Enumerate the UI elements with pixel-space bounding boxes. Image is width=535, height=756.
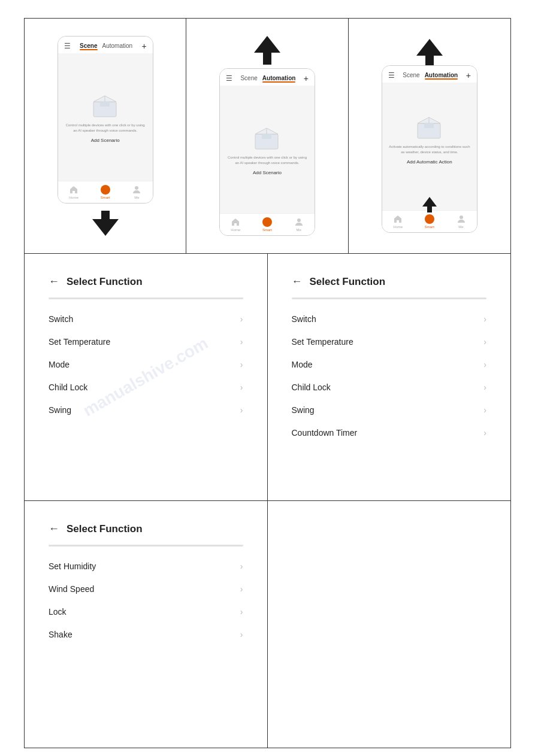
home-icon	[69, 185, 78, 195]
phone1-add-btn[interactable]: Add Scenario	[91, 138, 120, 143]
phone1-header: ☰ Scene Automation +	[58, 37, 153, 53]
footer-me-2[interactable]: Me	[294, 217, 304, 232]
top-row: ☰ Scene Automation +	[24, 18, 511, 254]
sf-item-set-temp-r[interactable]: Set Temperature ›	[292, 330, 487, 353]
sf-right-title: Select Function	[310, 276, 386, 288]
phone3-cell: ☰ Scene Automation +	[349, 19, 510, 253]
sf-item-lock[interactable]: Lock ›	[49, 600, 243, 623]
sf-right-divider	[292, 297, 487, 299]
sf-item-swing[interactable]: Swing ›	[49, 399, 243, 421]
sf-item-mode[interactable]: Mode ›	[49, 353, 243, 376]
home-icon-2	[231, 217, 240, 227]
plus-icon-3[interactable]: +	[466, 71, 471, 80]
svg-rect-3	[100, 102, 110, 107]
sf-left-header: ← Select Function	[49, 275, 243, 288]
sf-left-panel: ← Select Function Switch › Set Temperatu…	[34, 263, 258, 491]
home-icon-3	[393, 214, 403, 224]
phone2-description: Control multiple devices with one click …	[226, 155, 309, 165]
tab-automation-2[interactable]: Automation	[262, 75, 296, 83]
sf-left-items: Switch › Set Temperature › Mode › Child …	[49, 308, 243, 421]
tab-automation[interactable]: Automation	[102, 42, 133, 50]
sf-item-set-humidity[interactable]: Set Humidity ›	[49, 555, 243, 578]
me-icon-3	[457, 214, 466, 224]
phone2-header: ☰ Scene Automation +	[220, 69, 315, 86]
phone1-container: ☰ Scene Automation +	[34, 28, 176, 244]
sf-item-child-lock[interactable]: Child Lock ›	[49, 376, 243, 399]
phone1-screen: ☰ Scene Automation +	[58, 36, 153, 204]
sf-bottom-divider	[49, 545, 243, 546]
sf-left-divider	[49, 297, 243, 299]
tab-scene-3[interactable]: Scene	[403, 72, 419, 80]
box-illustration-2	[250, 123, 283, 150]
svg-point-4	[135, 186, 138, 190]
sf-left-back[interactable]: ←	[49, 275, 59, 288]
sf-item-switch-r[interactable]: Switch ›	[292, 308, 487, 330]
footer-smart-2[interactable]: Smart	[262, 217, 272, 232]
phone1-description: Control multiple devices with one click …	[64, 123, 147, 133]
phone3-description: Activate automatically according to cond…	[388, 144, 471, 154]
tab-scene[interactable]: Scene	[80, 42, 97, 50]
footer-me[interactable]: Me	[132, 185, 141, 199]
me-icon-2	[294, 217, 304, 227]
phone2-tabs: Scene Automation	[240, 75, 295, 83]
phone3-content: Activate automatically according to cond…	[382, 83, 477, 195]
sf-bottom-left-cell: ← Select Function Set Humidity › Wind Sp…	[25, 501, 268, 748]
sf-item-child-lock-r[interactable]: Child Lock ›	[292, 376, 487, 399]
svg-rect-8	[262, 134, 271, 139]
inner-arrow-up	[382, 195, 477, 210]
footer-smart-3[interactable]: Smart	[425, 214, 434, 229]
footer-home-3[interactable]: Home	[393, 214, 403, 229]
phone2-screen: ☰ Scene Automation +	[219, 68, 315, 236]
sf-bottom-right-cell	[268, 501, 511, 748]
footer-home-2[interactable]: Home	[231, 217, 240, 232]
arrow-down-shape	[92, 219, 119, 236]
sf-bottom-header: ← Select Function	[49, 523, 243, 535]
smart-circle-2	[262, 217, 272, 227]
svg-point-14	[460, 215, 463, 219]
plus-icon[interactable]: +	[141, 41, 146, 51]
tab-scene-2[interactable]: Scene	[240, 75, 257, 83]
sf-left-cell: manualshive.com ← Select Function Switch…	[25, 254, 268, 500]
sf-item-swing-r[interactable]: Swing ›	[292, 399, 487, 421]
sf-right-panel: ← Select Function Switch › Set Temperatu…	[277, 263, 501, 491]
arrow-up-shape-3	[416, 39, 443, 56]
phone1-content: Control multiple devices with one click …	[58, 53, 153, 181]
phone3-tabs: Scene Automation	[403, 72, 458, 80]
sf-bottom-title: Select Function	[67, 523, 143, 535]
menu-icon: ☰	[64, 42, 71, 50]
sf-item-set-temp[interactable]: Set Temperature ›	[49, 330, 243, 353]
phone3-screen: ☰ Scene Automation +	[382, 65, 477, 233]
sf-right-cell: ← Select Function Switch › Set Temperatu…	[268, 254, 511, 500]
sf-right-back[interactable]: ←	[292, 275, 303, 288]
sf-item-wind-speed[interactable]: Wind Speed ›	[49, 578, 243, 600]
sf-right-items: Switch › Set Temperature › Mode › Child …	[292, 308, 487, 444]
footer-smart[interactable]: Smart	[101, 185, 110, 199]
sf-right-header: ← Select Function	[292, 275, 487, 288]
smart-circle-3	[425, 214, 434, 224]
plus-icon-2[interactable]: +	[304, 74, 309, 83]
sf-item-countdown[interactable]: Countdown Timer ›	[292, 421, 487, 444]
phone3-header: ☰ Scene Automation +	[382, 66, 477, 83]
middle-row: manualshive.com ← Select Function Switch…	[24, 254, 511, 501]
phone2-cell: ☰ Scene Automation +	[186, 19, 348, 253]
tab-automation-3[interactable]: Automation	[425, 72, 458, 80]
phone2-content: Control multiple devices with one click …	[220, 86, 315, 213]
arrow-up-3	[416, 39, 443, 62]
sf-bottom-back[interactable]: ←	[49, 523, 59, 535]
sf-bottom-panel: ← Select Function Set Humidity › Wind Sp…	[34, 511, 258, 738]
phone2-add-btn[interactable]: Add Scenario	[253, 170, 282, 175]
menu-icon-2: ☰	[226, 74, 232, 83]
arrow-up-2	[254, 36, 280, 59]
me-icon	[132, 185, 141, 195]
phone2-container: ☰ Scene Automation +	[196, 28, 338, 244]
phone3-footer: Home Smart Me	[382, 210, 477, 232]
phone3-add-btn[interactable]: Add Automatic Action	[407, 159, 452, 165]
phone3-container: ☰ Scene Automation +	[358, 28, 501, 244]
sf-item-mode-r[interactable]: Mode ›	[292, 353, 487, 376]
box-illustration	[89, 91, 122, 118]
footer-me-3[interactable]: Me	[457, 214, 466, 229]
sf-item-shake[interactable]: Shake ›	[49, 623, 243, 646]
sf-item-switch[interactable]: Switch ›	[49, 308, 243, 330]
footer-home[interactable]: Home	[69, 185, 78, 199]
svg-rect-13	[424, 123, 434, 128]
